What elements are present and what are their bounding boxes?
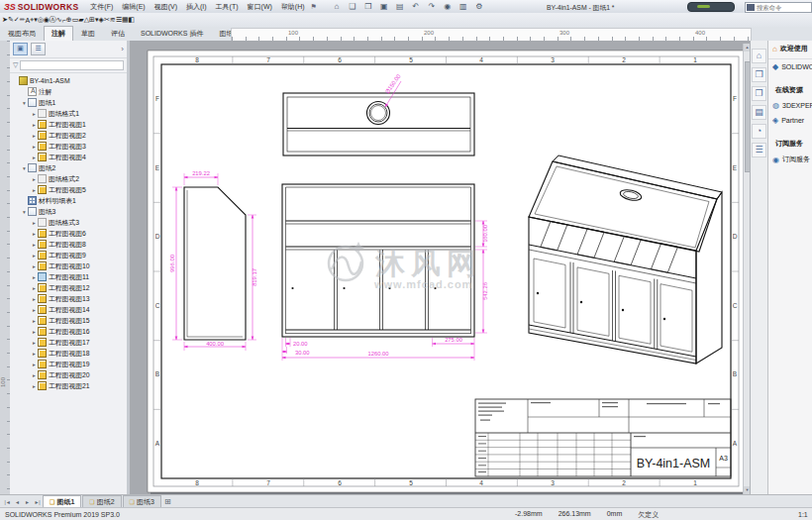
expand-arrow-icon[interactable]: ▸: [31, 220, 38, 226]
tree-item[interactable]: ▸ 工程图视图18: [10, 348, 127, 359]
command-search-input[interactable]: [757, 4, 804, 11]
tree-item[interactable]: ▾ 图纸2: [10, 162, 127, 173]
task-pane-item[interactable]: ◆ SOLIDWORKS: [768, 59, 812, 74]
expand-arrow-icon[interactable]: ▸: [31, 340, 38, 346]
expand-arrow-icon[interactable]: ▸: [31, 351, 38, 357]
expand-arrow-icon[interactable]: ▸: [31, 187, 38, 193]
tree-item[interactable]: ▸ 工程图视图13: [10, 293, 127, 304]
sheet-nav-arrow-icon[interactable]: |◄: [3, 499, 12, 505]
custom-properties-icon[interactable]: ☰: [752, 143, 766, 157]
tree-item[interactable]: ▸ 工程图视图15: [10, 315, 127, 326]
expand-arrow-icon[interactable]: ▸: [31, 144, 38, 150]
filter-funnel-icon[interactable]: ▽: [13, 61, 18, 69]
menu-item[interactable]: 文件(F): [90, 2, 113, 12]
print-icon[interactable]: ▤: [394, 2, 406, 11]
area-hatch-icon[interactable]: ▭: [72, 16, 79, 24]
expand-arrow-icon[interactable]: ▸: [31, 362, 38, 367]
tree-item[interactable]: ▸ 工程图视图5: [10, 184, 127, 195]
search-icon[interactable]: [747, 4, 755, 11]
expand-arrow-icon[interactable]: ▸: [31, 296, 38, 302]
command-tab[interactable]: 视图布局: [0, 26, 44, 41]
expand-arrow-icon[interactable]: ▸: [31, 263, 38, 269]
open-icon[interactable]: ❒: [362, 2, 374, 11]
expand-arrow-icon[interactable]: ▸: [31, 274, 38, 280]
view-palette-icon[interactable]: ▤: [752, 105, 766, 120]
balloon-icon[interactable]: Ⓐ: [50, 15, 56, 25]
appearances-icon[interactable]: ◔: [752, 124, 766, 139]
expand-arrow-icon[interactable]: ▸: [31, 383, 38, 389]
flyout-chevron-icon[interactable]: ›: [121, 45, 124, 53]
expand-arrow-icon[interactable]: ▾: [21, 165, 28, 171]
pin-icon[interactable]: ⚑: [311, 3, 317, 11]
tree-item[interactable]: ▸ 工程图视图8: [10, 239, 127, 250]
task-home-icon[interactable]: ⌂: [752, 49, 766, 63]
expand-arrow-icon[interactable]: ▸: [31, 176, 38, 182]
expand-arrow-icon[interactable]: ▸: [31, 329, 38, 335]
sheet-nav-arrow-icon[interactable]: ►: [23, 499, 32, 505]
tree-item[interactable]: ▸ 工程图视图21: [10, 380, 127, 391]
menu-item[interactable]: 窗口(W): [248, 2, 272, 12]
expand-arrow-icon[interactable]: ▾: [21, 209, 28, 215]
expand-arrow-icon[interactable]: ▸: [31, 122, 38, 128]
tree-item[interactable]: ▾ 图纸3: [10, 206, 127, 217]
expand-arrow-icon[interactable]: ▸: [31, 285, 38, 291]
tree-item[interactable]: ▸ 工程图视图4: [10, 152, 127, 162]
tree-item[interactable]: ▾ 图纸1: [10, 97, 127, 108]
tree-item[interactable]: ▸ 工程图视图12: [10, 282, 127, 293]
property-manager-tab-icon[interactable]: ☰: [31, 43, 46, 55]
save-icon[interactable]: ▣: [378, 2, 390, 11]
tree-item[interactable]: 材料明细表1: [10, 195, 127, 206]
tree-item[interactable]: ▸ 工程图视图14: [10, 304, 127, 315]
tree-item[interactable]: ▸ 工程图视图17: [10, 337, 127, 348]
command-tab[interactable]: 评估: [103, 26, 133, 41]
tree-item[interactable]: ▸ 工程图视图19: [10, 359, 127, 369]
home-icon[interactable]: ⌂: [331, 2, 343, 11]
expand-arrow-icon[interactable]: ▸: [31, 155, 38, 160]
task-pane-item[interactable]: ⌂ 欢迎使用: [768, 41, 812, 59]
sheet-scale[interactable]: 1:1: [798, 511, 808, 518]
drawing-canvas[interactable]: 8877665544332211FFEEDDCCBBAA: [130, 44, 750, 494]
expand-arrow-icon[interactable]: ▸: [31, 111, 38, 117]
expand-arrow-icon[interactable]: ▸: [31, 133, 38, 139]
tree-item[interactable]: ▸ 图纸格式3: [10, 217, 127, 228]
options-icon[interactable]: ⚙: [473, 2, 485, 11]
sheet-nav-arrow-icon[interactable]: ►|: [33, 499, 42, 505]
expand-arrow-icon[interactable]: ▾: [21, 100, 28, 106]
menu-item[interactable]: 工具(T): [216, 2, 239, 12]
menu-item[interactable]: 帮助(H): [281, 2, 305, 12]
expand-arrow-icon[interactable]: ▸: [31, 372, 38, 378]
command-tab[interactable]: 注解: [44, 26, 73, 41]
tree-item[interactable]: BY-4in1-ASM: [10, 75, 127, 86]
grid-icon[interactable]: ▦: [122, 16, 129, 24]
task-pane-item[interactable]: ◉ 订阅服务: [768, 152, 812, 167]
expand-arrow-icon[interactable]: ▸: [31, 318, 38, 324]
command-tab[interactable]: SOLIDWORKS 插件: [133, 26, 211, 41]
expand-arrow-icon[interactable]: ▸: [31, 242, 38, 248]
tree-item[interactable]: 注解: [10, 86, 127, 97]
selection-filter-icon[interactable]: ◉: [442, 2, 454, 11]
menu-item[interactable]: 视图(V): [154, 2, 177, 12]
tree-item[interactable]: ▸ 工程图视图2: [10, 130, 127, 141]
add-sheet-icon[interactable]: ⊞: [164, 497, 171, 506]
menu-item[interactable]: 编辑(E): [122, 2, 145, 12]
display-settings-icon[interactable]: ▥: [457, 2, 469, 11]
tree-item[interactable]: ▸ 工程图视图10: [10, 260, 127, 271]
redo-icon[interactable]: ↷: [426, 2, 438, 11]
tree-item[interactable]: ▸ 图纸格式2: [10, 173, 127, 184]
tree-item[interactable]: ▸ 工程图视图16: [10, 326, 127, 337]
feature-tree-tab-icon[interactable]: ▣: [13, 43, 28, 55]
tree-item[interactable]: ▸ 工程图视图6: [10, 228, 127, 239]
task-pane-item[interactable]: 在线资源: [768, 82, 812, 98]
task-pane-item[interactable]: ◍ 3DEXPERIENCE: [768, 98, 812, 113]
undo-icon[interactable]: ↶: [410, 2, 422, 11]
design-library-icon[interactable]: ❒: [752, 67, 766, 82]
command-tab[interactable]: 草图: [73, 26, 103, 41]
tree-item[interactable]: ▸ 图纸格式1: [10, 108, 127, 119]
expand-arrow-icon[interactable]: ▸: [31, 253, 38, 259]
task-pane-item[interactable]: ◈ Partner: [768, 113, 812, 128]
expand-arrow-icon[interactable]: ▸: [31, 307, 38, 313]
login-button[interactable]: [687, 2, 735, 12]
sheet-nav-arrow-icon[interactable]: ◄: [13, 499, 22, 505]
tree-item[interactable]: ▸ 工程图视图9: [10, 250, 127, 260]
new-document-icon[interactable]: ❏: [347, 2, 358, 11]
